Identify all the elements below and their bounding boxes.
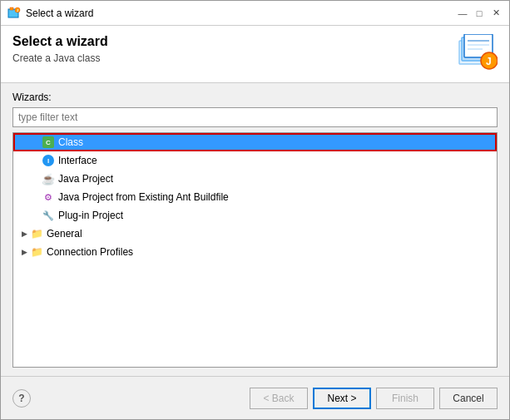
header-title: Select a wizard (12, 34, 108, 49)
interface-icon: I (42, 154, 55, 167)
content-section: Wizards: C Class I Interface (1, 83, 509, 376)
java-project-icon: ☕ (42, 172, 55, 185)
cancel-button[interactable]: Cancel (439, 388, 498, 409)
class-icon: C (42, 136, 55, 149)
title-bar-text: Select a wizard (26, 7, 456, 19)
footer-left: ? (12, 389, 31, 408)
header-section: Select a wizard Create a Java class J (1, 26, 509, 83)
next-button[interactable]: Next > (313, 388, 371, 409)
tree-item-connection-profiles[interactable]: ▶ 📁 Connection Profiles (13, 243, 497, 261)
wizard-icon: J (458, 34, 498, 74)
connection-profiles-folder-icon: 📁 (30, 245, 43, 259)
tree-item-general[interactable]: ▶ 📁 General (13, 225, 497, 243)
dialog-window: J Select a wizard — □ ✕ Select a wizard … (0, 0, 510, 420)
expand-arrow-java-ant (30, 191, 42, 203)
tree-item-class-label: Class (58, 136, 83, 148)
finish-button[interactable]: Finish (376, 388, 434, 409)
back-button[interactable]: < Back (250, 388, 308, 409)
expand-arrow-general[interactable]: ▶ (18, 228, 30, 240)
expand-arrow-plugin-project (30, 210, 42, 221)
tree-item-interface[interactable]: I Interface (13, 151, 497, 170)
expand-arrow-class (30, 136, 42, 148)
ant-icon: ⚙ (42, 190, 55, 204)
filter-input[interactable] (12, 107, 498, 127)
tree-item-connection-profiles-label: Connection Profiles (47, 246, 133, 258)
tree-item-java-ant[interactable]: ⚙ Java Project from Existing Ant Buildfi… (13, 188, 497, 206)
help-button[interactable]: ? (12, 389, 31, 408)
tree-item-interface-label: Interface (58, 155, 97, 166)
tree-item-plugin-project-label: Plug-in Project (58, 210, 123, 221)
minimize-button[interactable]: — (456, 7, 469, 20)
title-bar-controls: — □ ✕ (456, 7, 503, 20)
header-subtitle: Create a Java class (12, 52, 108, 64)
tree-item-plugin-project[interactable]: 🔧 Plug-in Project (13, 206, 497, 225)
tree-item-java-project-label: Java Project (58, 173, 113, 185)
wizards-label: Wizards: (12, 91, 498, 103)
general-folder-icon: 📁 (30, 227, 43, 240)
tree-item-class[interactable]: C Class (13, 133, 497, 151)
svg-text:J: J (17, 8, 18, 12)
svg-rect-1 (10, 7, 13, 10)
footer-section: ? < Back Next > Finish Cancel (1, 376, 509, 419)
svg-text:J: J (486, 56, 492, 67)
footer-right: < Back Next > Finish Cancel (250, 388, 498, 409)
tree-item-java-project[interactable]: ☕ Java Project (13, 170, 497, 188)
close-button[interactable]: ✕ (489, 7, 503, 20)
expand-arrow-java-project (30, 173, 42, 185)
header-text: Select a wizard Create a Java class (12, 34, 108, 64)
wizard-tree[interactable]: C Class I Interface ☕ Java Project (12, 132, 498, 368)
expand-arrow-connection-profiles[interactable]: ▶ (18, 246, 30, 258)
tree-item-java-ant-label: Java Project from Existing Ant Buildfile (58, 191, 229, 203)
expand-arrow-interface (30, 155, 42, 166)
tree-item-general-label: General (47, 228, 82, 240)
window-icon: J (7, 7, 21, 20)
maximize-button[interactable]: □ (473, 7, 486, 20)
plugin-icon: 🔧 (42, 209, 55, 222)
title-bar: J Select a wizard — □ ✕ (1, 1, 509, 26)
